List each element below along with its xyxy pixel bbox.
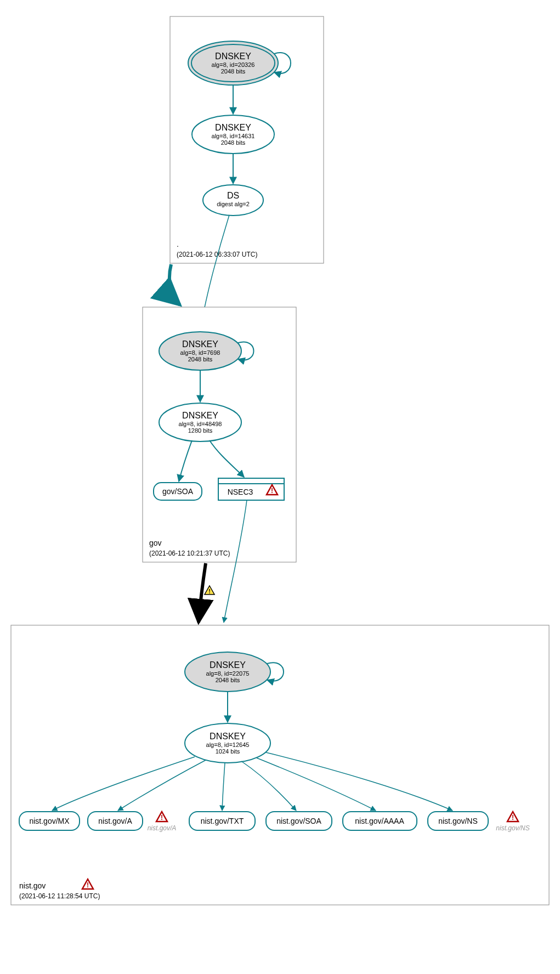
- nist-ksk-sub2: 2048 bits: [216, 677, 240, 683]
- zone-gov-label: gov: [149, 539, 162, 547]
- node-root-zsk[interactable]: DNSKEY alg=8, id=14631 2048 bits: [192, 115, 274, 154]
- nist-a-label: nist.gov/A: [98, 817, 132, 825]
- edge-root-to-gov-thick: [169, 264, 180, 305]
- root-ksk-title: DNSKEY: [215, 52, 251, 61]
- node-gov-soa[interactable]: gov/SOA: [154, 483, 202, 500]
- gov-ksk-sub1: alg=8, id=7698: [180, 349, 220, 356]
- gov-ksk-sub2: 2048 bits: [188, 356, 213, 363]
- svg-text:!: !: [271, 487, 273, 495]
- nist-aaaa-label: nist.gov/AAAA: [355, 817, 404, 825]
- zone-nist-time: (2021-06-12 11:28:54 UTC): [19, 892, 100, 900]
- zone-gov-time: (2021-06-12 10:21:37 UTC): [149, 550, 230, 557]
- nist-a-gray-label: nist.gov/A: [148, 824, 177, 832]
- svg-point-4: [203, 185, 263, 216]
- zone-root-label: .: [177, 240, 179, 248]
- root-zsk-sub2: 2048 bits: [221, 139, 246, 146]
- nist-zsk-title: DNSKEY: [210, 732, 246, 741]
- node-nist-zsk[interactable]: DNSKEY alg=8, id=12645 1024 bits: [185, 723, 270, 763]
- zone-root: . (2021-06-12 06:33:07 UTC) DNSKEY alg=8…: [170, 16, 324, 263]
- root-ksk-sub2: 2048 bits: [221, 68, 246, 75]
- node-nist-a[interactable]: nist.gov/A: [88, 812, 143, 830]
- svg-rect-13: [11, 625, 549, 905]
- root-ds-sub1: digest alg=2: [217, 201, 250, 207]
- edge-gov-to-nist-thick: [199, 563, 206, 622]
- nist-zsk-sub2: 1024 bits: [216, 748, 240, 755]
- gov-ksk-title: DNSKEY: [182, 339, 218, 349]
- nist-mx-label: nist.gov/MX: [29, 817, 70, 825]
- root-zsk-sub1: alg=8, id=14631: [212, 133, 255, 139]
- zone-nist: nist.gov (2021-06-12 11:28:54 UTC) ! DNS…: [11, 625, 549, 905]
- zone-gov: gov (2021-06-12 10:21:37 UTC) DNSKEY alg…: [143, 307, 296, 562]
- svg-text:!: !: [87, 881, 89, 889]
- dnssec-graph: . (2021-06-12 06:33:07 UTC) DNSKEY alg=8…: [0, 0, 560, 974]
- gov-zsk-title: DNSKEY: [182, 411, 218, 420]
- gov-zsk-sub2: 1280 bits: [188, 427, 213, 434]
- nist-ksk-title: DNSKEY: [210, 660, 246, 670]
- node-nist-txt[interactable]: nist.gov/TXT: [189, 812, 255, 830]
- node-nist-soa[interactable]: nist.gov/SOA: [266, 812, 332, 830]
- nist-zsk-sub1: alg=8, id=12645: [206, 741, 250, 748]
- svg-text:!: !: [161, 814, 163, 822]
- zone-nist-label: nist.gov: [19, 881, 46, 890]
- node-nist-ksk[interactable]: DNSKEY alg=8, id=22075 2048 bits: [185, 652, 270, 692]
- caution-icon: !: [205, 586, 214, 594]
- node-gov-ksk[interactable]: DNSKEY alg=8, id=7698 2048 bits: [159, 332, 241, 370]
- node-gov-zsk[interactable]: DNSKEY alg=8, id=48498 1280 bits: [159, 403, 241, 441]
- gov-zsk-sub1: alg=8, id=48498: [179, 421, 222, 427]
- node-nist-mx[interactable]: nist.gov/MX: [19, 812, 80, 830]
- svg-text:!: !: [208, 588, 211, 594]
- nist-ns-gray-label: nist.gov/NS: [496, 824, 529, 832]
- nist-soa-label: nist.gov/SOA: [276, 817, 321, 825]
- gov-soa-label: gov/SOA: [162, 487, 194, 496]
- gov-nsec3-label: NSEC3: [228, 488, 253, 496]
- root-ds-title: DS: [227, 191, 239, 200]
- node-root-ksk[interactable]: DNSKEY alg=8, id=20326 2048 bits: [188, 41, 278, 85]
- root-zsk-title: DNSKEY: [215, 123, 251, 132]
- node-nist-aaaa[interactable]: nist.gov/AAAA: [343, 812, 417, 830]
- root-ksk-sub1: alg=8, id=20326: [212, 61, 255, 68]
- node-nist-ns[interactable]: nist.gov/NS: [428, 812, 488, 830]
- nist-ksk-sub1: alg=8, id=22075: [206, 670, 250, 677]
- node-root-ds[interactable]: DS digest alg=2: [203, 185, 263, 216]
- svg-text:!: !: [512, 814, 514, 822]
- nist-ns-label: nist.gov/NS: [438, 817, 478, 825]
- node-gov-nsec3[interactable]: NSEC3 !: [218, 478, 284, 500]
- nist-txt-label: nist.gov/TXT: [201, 817, 244, 825]
